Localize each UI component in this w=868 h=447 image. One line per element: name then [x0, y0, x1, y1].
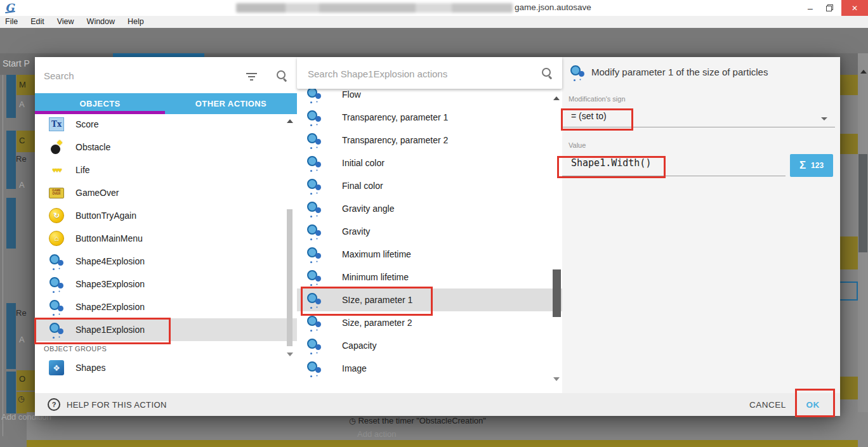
events-tree-line	[3, 75, 3, 436]
search-icon	[541, 67, 553, 81]
particle-emitter-icon	[306, 361, 322, 376]
tab-other-actions[interactable]: OTHER ACTIONS	[165, 93, 297, 114]
action-item-image[interactable]: Image	[297, 357, 562, 380]
add-action-link[interactable]: Add action	[357, 429, 396, 439]
toolbar: ↩ ↪	[0, 28, 868, 53]
list-item-obstacle[interactable]: Obstacle	[35, 136, 297, 159]
event-header-bar	[27, 440, 858, 447]
scroll-down-icon[interactable]	[287, 353, 293, 356]
list-item-life[interactable]: ♥♥♥ Life	[35, 159, 297, 181]
gameover-banner-icon: GAME OVER	[49, 188, 64, 198]
list-item-gameover[interactable]: GAME OVER GameOver	[35, 181, 297, 204]
event-header	[840, 377, 858, 399]
list-item-shape4explosion[interactable]: Shape4Explosion	[35, 250, 297, 273]
action-item-minimum-lifetime[interactable]: Minimum lifetime	[297, 266, 562, 288]
event-text-fragment: A	[19, 180, 25, 190]
field-underline	[562, 127, 835, 127]
action-item-final-color[interactable]: Final color	[297, 174, 562, 197]
objects-scrollbar-thumb[interactable]	[287, 209, 293, 346]
app-logo-icon: G	[5, 1, 18, 14]
cancel-button[interactable]: CANCEL	[746, 393, 790, 416]
timer-icon: ◷	[349, 417, 355, 425]
timer-icon: ◷	[18, 394, 24, 403]
particle-emitter-icon	[306, 338, 322, 353]
scroll-up-icon[interactable]	[553, 96, 560, 100]
particle-emitter-icon	[306, 269, 322, 285]
list-item-partial	[35, 379, 297, 387]
particle-emitter-icon	[306, 133, 322, 148]
action-inspector-panel	[562, 57, 840, 393]
particle-emitter-icon	[49, 322, 64, 337]
particle-emitter-icon	[49, 276, 64, 292]
actions-search-input[interactable]	[306, 64, 518, 83]
actions-scrollbar-thumb[interactable]	[553, 269, 561, 317]
tab-start-page[interactable]: Start P	[3, 58, 30, 68]
ok-button[interactable]: OK	[799, 393, 827, 416]
sigma-icon: Σ	[799, 159, 806, 172]
action-item-gravity-angle[interactable]: Gravity angle	[297, 197, 562, 220]
list-item-buttontryagain[interactable]: ↻ ButtonTryAgain	[35, 204, 297, 227]
action-item-transparency-1[interactable]: Transparency, parameter 1	[297, 106, 562, 129]
event-bar	[6, 75, 16, 118]
menu-help[interactable]: Help	[121, 16, 150, 28]
event-header	[840, 75, 858, 95]
menu-window[interactable]: Window	[81, 16, 121, 28]
list-item-shapes-group[interactable]: ❖ Shapes	[35, 356, 297, 379]
scroll-down-icon[interactable]	[553, 377, 560, 381]
list-item-score[interactable]: Tx Score	[35, 114, 297, 136]
event-header	[840, 134, 858, 154]
action-item-transparency-2[interactable]: Transparency, parameter 2	[297, 129, 562, 152]
list-item-shape3explosion[interactable]: Shape3Explosion	[35, 273, 297, 295]
action-item-partial	[297, 380, 562, 393]
sign-field-label: Modification's sign	[569, 95, 626, 103]
help-button[interactable]: ? HELP FOR THIS ACTION	[48, 393, 167, 416]
action-item-maximum-lifetime[interactable]: Maximum lifetime	[297, 243, 562, 266]
objects-list: Tx Score Obstacle ♥♥♥ Life GAME OVER Gam…	[35, 114, 297, 387]
field-underline	[562, 176, 786, 176]
action-item-size-2[interactable]: Size, parameter 2	[297, 311, 562, 334]
action-item-initial-color[interactable]: Initial color	[297, 152, 562, 174]
action-item-gravity[interactable]: Gravity	[297, 220, 562, 243]
minimize-button[interactable]: –	[801, 0, 820, 16]
scroll-up-icon[interactable]	[287, 119, 293, 123]
menu-view[interactable]: View	[51, 16, 81, 28]
text-object-icon: Tx	[49, 117, 64, 131]
gdevelop-window: G game.json.autosave – ✕ File Edit View …	[0, 0, 868, 447]
actions-list: Flow Transparency, parameter 1 Transpare…	[297, 83, 562, 393]
event-text-fragment: C	[19, 136, 25, 145]
home-button-icon: ⌂	[49, 231, 64, 246]
expression-builder-button[interactable]: Σ 123	[790, 154, 833, 177]
scroll-up-icon[interactable]	[860, 70, 867, 74]
restore-button[interactable]	[820, 0, 839, 16]
sign-select[interactable]: = (set to)	[571, 111, 607, 121]
selected-event-outline	[839, 282, 858, 301]
action-item-capacity[interactable]: Capacity	[297, 334, 562, 357]
objects-search-input[interactable]	[43, 66, 235, 85]
particle-emitter-icon	[306, 201, 322, 216]
particle-emitter-icon	[306, 155, 322, 171]
particle-emitter-icon	[306, 247, 322, 262]
event-text-fragment: M	[19, 80, 26, 89]
action-item-size-1-selected[interactable]: SIze, parameter 1	[297, 288, 562, 311]
event-bar	[6, 372, 16, 413]
chevron-down-icon[interactable]	[821, 117, 827, 120]
close-button[interactable]: ✕	[841, 0, 868, 16]
list-item-buttonmainmenu[interactable]: ⌂ ButtonMainMenu	[35, 227, 297, 250]
list-item-shape2explosion[interactable]: Shape2Explosion	[35, 295, 297, 318]
menu-bar: File Edit View Window Help	[0, 16, 868, 28]
event-bar	[6, 131, 16, 189]
objects-search-bar	[35, 57, 297, 93]
list-item-shape1explosion-selected[interactable]: Shape1Explosion	[35, 318, 297, 341]
value-expression-input[interactable]	[571, 156, 780, 170]
event-text-fragment: O	[19, 374, 25, 384]
window-title: game.json.autosave	[515, 3, 591, 12]
menu-edit[interactable]: Edit	[24, 16, 51, 28]
numeric-badge: 123	[811, 161, 824, 170]
value-field-label: Value	[569, 141, 586, 149]
actions-search-bar	[297, 57, 562, 89]
filter-icon[interactable]	[246, 73, 257, 81]
window-scrollbar-thumb[interactable]	[858, 154, 867, 252]
menu-file[interactable]: File	[0, 16, 24, 28]
particle-emitter-icon	[306, 110, 322, 125]
event-text-fragment: Re	[16, 154, 27, 164]
